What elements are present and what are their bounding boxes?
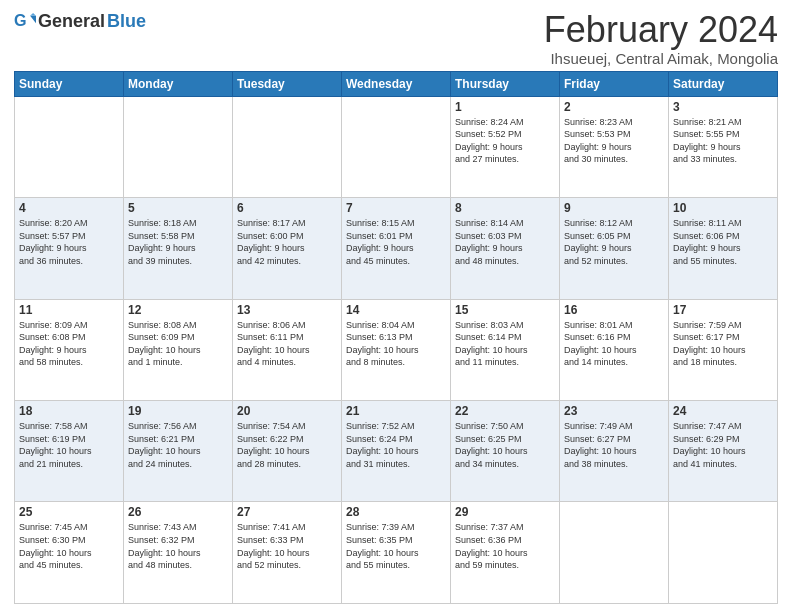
logo-area: G GeneralBlue xyxy=(14,10,146,32)
day-number: 7 xyxy=(346,201,446,215)
weekday-header-thursday: Thursday xyxy=(451,71,560,96)
calendar-cell: 6Sunrise: 8:17 AM Sunset: 6:00 PM Daylig… xyxy=(233,198,342,299)
calendar-cell: 4Sunrise: 8:20 AM Sunset: 5:57 PM Daylig… xyxy=(15,198,124,299)
day-number: 5 xyxy=(128,201,228,215)
calendar-cell: 17Sunrise: 7:59 AM Sunset: 6:17 PM Dayli… xyxy=(669,299,778,400)
day-info: Sunrise: 7:47 AM Sunset: 6:29 PM Dayligh… xyxy=(673,420,773,470)
day-info: Sunrise: 7:58 AM Sunset: 6:19 PM Dayligh… xyxy=(19,420,119,470)
calendar-cell xyxy=(233,96,342,197)
svg-marker-2 xyxy=(30,13,36,16)
day-info: Sunrise: 8:11 AM Sunset: 6:06 PM Dayligh… xyxy=(673,217,773,267)
logo: G GeneralBlue xyxy=(14,10,146,32)
day-number: 23 xyxy=(564,404,664,418)
calendar-week-4: 18Sunrise: 7:58 AM Sunset: 6:19 PM Dayli… xyxy=(15,401,778,502)
calendar-cell: 2Sunrise: 8:23 AM Sunset: 5:53 PM Daylig… xyxy=(560,96,669,197)
day-number: 13 xyxy=(237,303,337,317)
day-info: Sunrise: 8:20 AM Sunset: 5:57 PM Dayligh… xyxy=(19,217,119,267)
weekday-row: SundayMondayTuesdayWednesdayThursdayFrid… xyxy=(15,71,778,96)
day-number: 22 xyxy=(455,404,555,418)
calendar-cell: 25Sunrise: 7:45 AM Sunset: 6:30 PM Dayli… xyxy=(15,502,124,604)
calendar-cell: 19Sunrise: 7:56 AM Sunset: 6:21 PM Dayli… xyxy=(124,401,233,502)
day-info: Sunrise: 7:37 AM Sunset: 6:36 PM Dayligh… xyxy=(455,521,555,571)
day-number: 12 xyxy=(128,303,228,317)
day-number: 28 xyxy=(346,505,446,519)
day-info: Sunrise: 8:24 AM Sunset: 5:52 PM Dayligh… xyxy=(455,116,555,166)
calendar-cell: 9Sunrise: 8:12 AM Sunset: 6:05 PM Daylig… xyxy=(560,198,669,299)
weekday-header-sunday: Sunday xyxy=(15,71,124,96)
calendar-body: 1Sunrise: 8:24 AM Sunset: 5:52 PM Daylig… xyxy=(15,96,778,603)
calendar-cell: 29Sunrise: 7:37 AM Sunset: 6:36 PM Dayli… xyxy=(451,502,560,604)
day-info: Sunrise: 8:06 AM Sunset: 6:11 PM Dayligh… xyxy=(237,319,337,369)
day-info: Sunrise: 8:12 AM Sunset: 6:05 PM Dayligh… xyxy=(564,217,664,267)
day-info: Sunrise: 8:04 AM Sunset: 6:13 PM Dayligh… xyxy=(346,319,446,369)
day-info: Sunrise: 8:23 AM Sunset: 5:53 PM Dayligh… xyxy=(564,116,664,166)
weekday-header-monday: Monday xyxy=(124,71,233,96)
weekday-header-wednesday: Wednesday xyxy=(342,71,451,96)
day-number: 1 xyxy=(455,100,555,114)
calendar-cell: 10Sunrise: 8:11 AM Sunset: 6:06 PM Dayli… xyxy=(669,198,778,299)
day-info: Sunrise: 7:43 AM Sunset: 6:32 PM Dayligh… xyxy=(128,521,228,571)
day-info: Sunrise: 7:45 AM Sunset: 6:30 PM Dayligh… xyxy=(19,521,119,571)
header: G GeneralBlue February 2024 Ihsueuej, Ce… xyxy=(14,10,778,67)
day-number: 4 xyxy=(19,201,119,215)
calendar-cell: 12Sunrise: 8:08 AM Sunset: 6:09 PM Dayli… xyxy=(124,299,233,400)
day-number: 9 xyxy=(564,201,664,215)
calendar-week-1: 1Sunrise: 8:24 AM Sunset: 5:52 PM Daylig… xyxy=(15,96,778,197)
day-number: 8 xyxy=(455,201,555,215)
calendar-cell xyxy=(560,502,669,604)
calendar-cell: 18Sunrise: 7:58 AM Sunset: 6:19 PM Dayli… xyxy=(15,401,124,502)
day-info: Sunrise: 8:14 AM Sunset: 6:03 PM Dayligh… xyxy=(455,217,555,267)
calendar-cell: 26Sunrise: 7:43 AM Sunset: 6:32 PM Dayli… xyxy=(124,502,233,604)
weekday-header-tuesday: Tuesday xyxy=(233,71,342,96)
day-info: Sunrise: 8:09 AM Sunset: 6:08 PM Dayligh… xyxy=(19,319,119,369)
day-info: Sunrise: 7:52 AM Sunset: 6:24 PM Dayligh… xyxy=(346,420,446,470)
calendar-week-2: 4Sunrise: 8:20 AM Sunset: 5:57 PM Daylig… xyxy=(15,198,778,299)
calendar-cell: 14Sunrise: 8:04 AM Sunset: 6:13 PM Dayli… xyxy=(342,299,451,400)
calendar-week-3: 11Sunrise: 8:09 AM Sunset: 6:08 PM Dayli… xyxy=(15,299,778,400)
day-info: Sunrise: 7:39 AM Sunset: 6:35 PM Dayligh… xyxy=(346,521,446,571)
logo-general: General xyxy=(38,11,105,32)
day-number: 27 xyxy=(237,505,337,519)
day-number: 10 xyxy=(673,201,773,215)
calendar-cell: 20Sunrise: 7:54 AM Sunset: 6:22 PM Dayli… xyxy=(233,401,342,502)
day-number: 15 xyxy=(455,303,555,317)
calendar-cell: 21Sunrise: 7:52 AM Sunset: 6:24 PM Dayli… xyxy=(342,401,451,502)
calendar-cell: 13Sunrise: 8:06 AM Sunset: 6:11 PM Dayli… xyxy=(233,299,342,400)
svg-marker-1 xyxy=(30,16,36,23)
day-number: 2 xyxy=(564,100,664,114)
calendar-cell: 15Sunrise: 8:03 AM Sunset: 6:14 PM Dayli… xyxy=(451,299,560,400)
calendar-cell: 16Sunrise: 8:01 AM Sunset: 6:16 PM Dayli… xyxy=(560,299,669,400)
day-info: Sunrise: 7:56 AM Sunset: 6:21 PM Dayligh… xyxy=(128,420,228,470)
subtitle: Ihsueuej, Central Aimak, Mongolia xyxy=(544,50,778,67)
weekday-header-saturday: Saturday xyxy=(669,71,778,96)
day-number: 14 xyxy=(346,303,446,317)
day-info: Sunrise: 8:15 AM Sunset: 6:01 PM Dayligh… xyxy=(346,217,446,267)
day-info: Sunrise: 8:17 AM Sunset: 6:00 PM Dayligh… xyxy=(237,217,337,267)
calendar-cell xyxy=(15,96,124,197)
day-info: Sunrise: 8:03 AM Sunset: 6:14 PM Dayligh… xyxy=(455,319,555,369)
calendar: SundayMondayTuesdayWednesdayThursdayFrid… xyxy=(14,71,778,604)
day-number: 18 xyxy=(19,404,119,418)
calendar-cell: 11Sunrise: 8:09 AM Sunset: 6:08 PM Dayli… xyxy=(15,299,124,400)
calendar-cell: 23Sunrise: 7:49 AM Sunset: 6:27 PM Dayli… xyxy=(560,401,669,502)
calendar-cell: 5Sunrise: 8:18 AM Sunset: 5:58 PM Daylig… xyxy=(124,198,233,299)
day-number: 3 xyxy=(673,100,773,114)
day-info: Sunrise: 7:41 AM Sunset: 6:33 PM Dayligh… xyxy=(237,521,337,571)
title-area: February 2024 Ihsueuej, Central Aimak, M… xyxy=(544,10,778,67)
calendar-header: SundayMondayTuesdayWednesdayThursdayFrid… xyxy=(15,71,778,96)
day-number: 6 xyxy=(237,201,337,215)
calendar-cell: 27Sunrise: 7:41 AM Sunset: 6:33 PM Dayli… xyxy=(233,502,342,604)
day-info: Sunrise: 8:08 AM Sunset: 6:09 PM Dayligh… xyxy=(128,319,228,369)
calendar-cell xyxy=(342,96,451,197)
day-number: 17 xyxy=(673,303,773,317)
day-info: Sunrise: 8:01 AM Sunset: 6:16 PM Dayligh… xyxy=(564,319,664,369)
day-info: Sunrise: 7:50 AM Sunset: 6:25 PM Dayligh… xyxy=(455,420,555,470)
calendar-cell: 22Sunrise: 7:50 AM Sunset: 6:25 PM Dayli… xyxy=(451,401,560,502)
month-title: February 2024 xyxy=(544,10,778,50)
calendar-cell: 3Sunrise: 8:21 AM Sunset: 5:55 PM Daylig… xyxy=(669,96,778,197)
calendar-cell: 24Sunrise: 7:47 AM Sunset: 6:29 PM Dayli… xyxy=(669,401,778,502)
day-number: 21 xyxy=(346,404,446,418)
weekday-header-friday: Friday xyxy=(560,71,669,96)
day-info: Sunrise: 8:18 AM Sunset: 5:58 PM Dayligh… xyxy=(128,217,228,267)
day-number: 24 xyxy=(673,404,773,418)
